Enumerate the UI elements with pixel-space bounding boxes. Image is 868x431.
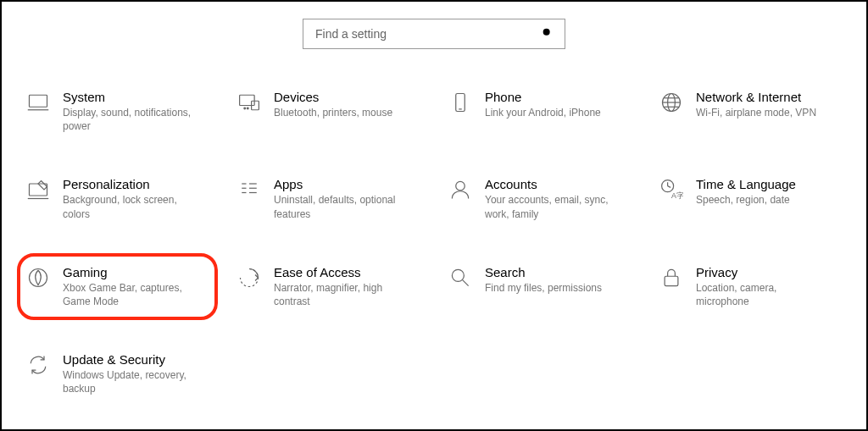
- tile-gaming[interactable]: Gaming Xbox Game Bar, captures, Game Mod…: [17, 253, 218, 320]
- update-icon: [25, 352, 51, 378]
- tile-text: Search Find my files, permissions: [485, 265, 602, 295]
- tile-desc: Windows Update, recovery, backup: [63, 368, 198, 395]
- phone-icon: [448, 90, 473, 115]
- tile-desc: Find my files, permissions: [485, 281, 602, 295]
- tile-text: Update & Security Windows Update, recove…: [63, 352, 198, 395]
- tile-title: Ease of Access: [274, 265, 409, 279]
- tile-ease-of-access[interactable]: Ease of Access Narrator, magnifier, high…: [231, 258, 426, 315]
- tile-text: Personalization Background, lock screen,…: [63, 177, 198, 220]
- tile-system[interactable]: System Display, sound, notifications, po…: [20, 83, 214, 140]
- tile-desc: Location, camera, microphone: [696, 281, 832, 308]
- tile-update-security[interactable]: Update & Security Windows Update, recove…: [20, 345, 214, 402]
- svg-point-7: [247, 108, 248, 109]
- tile-devices[interactable]: Devices Bluetooth, printers, mouse: [231, 83, 426, 140]
- svg-point-0: [543, 28, 550, 35]
- svg-line-1: [549, 35, 552, 37]
- tile-text: Time & Language Speech, region, date: [696, 177, 796, 207]
- svg-point-29: [452, 269, 464, 281]
- svg-line-30: [463, 279, 469, 285]
- tile-personalization[interactable]: Personalization Background, lock screen,…: [20, 170, 214, 227]
- tile-title: Update & Security: [63, 352, 198, 367]
- svg-rect-31: [665, 276, 678, 285]
- search-box[interactable]: [303, 19, 565, 49]
- svg-point-28: [30, 268, 47, 286]
- settings-grid: System Display, sound, notifications, po…: [14, 83, 854, 403]
- tile-title: Devices: [274, 90, 392, 104]
- tile-apps[interactable]: Apps Uninstall, defaults, optional featu…: [231, 170, 426, 227]
- svg-line-26: [668, 186, 671, 188]
- tile-title: Network & Internet: [696, 90, 816, 104]
- tile-desc: Speech, region, date: [696, 193, 796, 207]
- accounts-icon: [448, 177, 473, 202]
- svg-rect-2: [30, 95, 47, 107]
- tile-phone[interactable]: Phone Link your Android, iPhone: [442, 83, 637, 140]
- search-tile-icon: [448, 265, 473, 290]
- tile-title: Search: [485, 265, 602, 279]
- gaming-icon: [25, 265, 51, 290]
- tile-title: Phone: [485, 90, 601, 104]
- tile-text: Gaming Xbox Game Bar, captures, Game Mod…: [63, 265, 198, 308]
- ease-of-access-icon: [236, 265, 262, 290]
- tile-search[interactable]: Search Find my files, permissions: [442, 258, 637, 315]
- svg-text:A字: A字: [671, 191, 683, 200]
- svg-point-23: [456, 182, 465, 191]
- tile-text: Accounts Your accounts, email, sync, wor…: [485, 177, 620, 220]
- tile-title: Personalization: [63, 177, 198, 191]
- search-container: [14, 19, 854, 49]
- tile-desc: Narrator, magnifier, high contrast: [274, 281, 409, 308]
- settings-window: System Display, sound, notifications, po…: [0, 0, 868, 431]
- tile-time-language[interactable]: A字 Time & Language Speech, region, date: [654, 170, 848, 227]
- tile-desc: Display, sound, notifications, power: [63, 106, 198, 133]
- tile-privacy[interactable]: Privacy Location, camera, microphone: [654, 258, 848, 315]
- tile-text: System Display, sound, notifications, po…: [63, 90, 198, 133]
- svg-point-6: [244, 108, 246, 109]
- tile-desc: Link your Android, iPhone: [485, 106, 601, 119]
- tile-desc: Your accounts, email, sync, work, family: [485, 193, 620, 220]
- tile-desc: Xbox Game Bar, captures, Game Mode: [63, 281, 198, 308]
- tile-text: Devices Bluetooth, printers, mouse: [274, 90, 392, 119]
- tile-title: System: [63, 90, 198, 104]
- tile-text: Apps Uninstall, defaults, optional featu…: [274, 177, 409, 220]
- time-language-icon: A字: [659, 177, 684, 202]
- tile-text: Network & Internet Wi-Fi, airplane mode,…: [696, 90, 816, 119]
- svg-rect-4: [240, 95, 255, 105]
- tile-title: Apps: [274, 177, 409, 191]
- devices-icon: [236, 90, 262, 115]
- tile-text: Privacy Location, camera, microphone: [696, 265, 832, 308]
- search-icon: [541, 26, 554, 42]
- search-input[interactable]: [314, 26, 541, 41]
- tile-desc: Bluetooth, printers, mouse: [274, 106, 392, 119]
- system-icon: [25, 90, 51, 115]
- tile-title: Time & Language: [696, 177, 796, 191]
- tile-text: Ease of Access Narrator, magnifier, high…: [274, 265, 409, 308]
- tile-network[interactable]: Network & Internet Wi-Fi, airplane mode,…: [654, 83, 848, 140]
- globe-icon: [659, 90, 684, 115]
- privacy-icon: [659, 265, 684, 290]
- tile-desc: Wi-Fi, airplane mode, VPN: [696, 106, 816, 119]
- tile-accounts[interactable]: Accounts Your accounts, email, sync, wor…: [442, 170, 637, 227]
- tile-title: Gaming: [63, 265, 198, 279]
- personalization-icon: [25, 177, 51, 202]
- tile-title: Accounts: [485, 177, 620, 191]
- tile-text: Phone Link your Android, iPhone: [485, 90, 601, 119]
- tile-desc: Background, lock screen, colors: [63, 193, 198, 220]
- apps-icon: [236, 177, 262, 202]
- tile-desc: Uninstall, defaults, optional features: [274, 193, 409, 220]
- tile-title: Privacy: [696, 265, 832, 279]
